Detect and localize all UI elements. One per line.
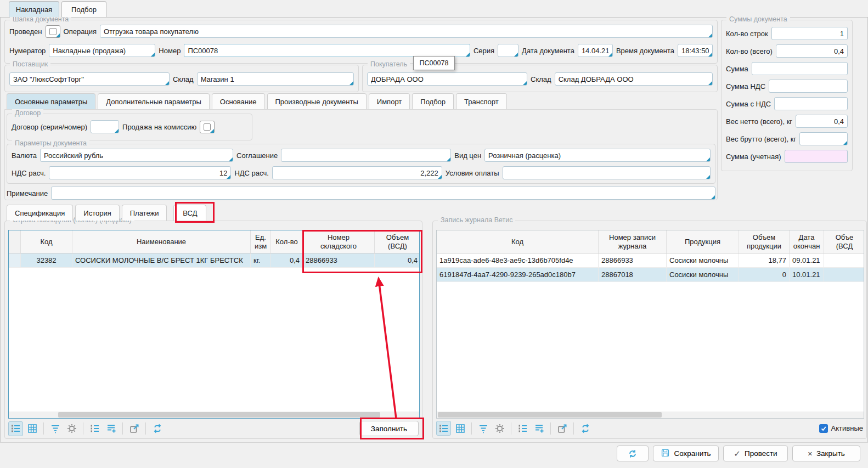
vat1-field[interactable]: 12	[49, 166, 231, 179]
note-label: Примечание	[7, 189, 48, 198]
vetis-journal-row[interactable]: 1a919caa-ade6-48e3-ae9c-13d6b705fd4e 288…	[437, 253, 864, 268]
totals-row-label: Сумма (учетная)	[726, 153, 781, 161]
sum-field[interactable]	[752, 62, 848, 75]
close-button[interactable]: × Закрыть	[792, 446, 860, 461]
sum-with-vat-field[interactable]	[774, 97, 848, 110]
tab-basis[interactable]: Основание	[212, 93, 265, 109]
doc-date-field[interactable]: 14.04.21	[578, 44, 613, 57]
scrollbar-thumb[interactable]	[438, 412, 662, 418]
supplier-warehouse-field[interactable]: Магазин 1	[197, 72, 354, 86]
series-field[interactable]	[498, 44, 518, 57]
settings-gear-icon[interactable]	[64, 421, 79, 436]
note-field[interactable]	[51, 187, 715, 200]
currency-field[interactable]: Российский рубль	[40, 149, 233, 162]
vat2-field[interactable]: 2,222	[272, 166, 442, 179]
col-vsd-volume[interactable]: Объем (ВСД)	[375, 230, 420, 253]
col-qty[interactable]: Кол-во	[271, 230, 303, 253]
active-checkbox[interactable]	[819, 424, 828, 433]
payment-terms-label: Условия оплаты	[446, 169, 499, 177]
invoice-lines-table[interactable]: Код Наименование Ед. изм Кол-во Номер ск…	[8, 230, 420, 419]
agreement-field[interactable]	[281, 149, 451, 162]
fill-button[interactable]: Заполнить	[359, 421, 419, 436]
col-end-date[interactable]: Дата окончан	[790, 230, 824, 253]
check-icon: ✓	[734, 449, 741, 459]
window-tab-invoice[interactable]: Накладная	[9, 1, 59, 17]
filter-icon[interactable]	[48, 421, 63, 436]
view-list-icon[interactable]	[436, 421, 451, 436]
save-button[interactable]: Сохранить	[653, 446, 719, 461]
qty-total-field[interactable]: 0,4	[776, 44, 848, 58]
col-product[interactable]: Продукция	[667, 230, 739, 253]
vat1-label: НДС расч.	[12, 169, 46, 177]
col-code[interactable]: Код	[21, 230, 72, 253]
row-selector[interactable]	[9, 253, 21, 267]
tab-import[interactable]: Импорт	[369, 93, 410, 109]
col-warehouse-number[interactable]: Номер складского	[303, 230, 375, 253]
tab-payments[interactable]: Платежи	[122, 205, 167, 221]
col-code[interactable]: Код	[437, 230, 599, 253]
col-product-volume[interactable]: Объем продукции	[739, 230, 790, 253]
accounting-sum-field[interactable]	[785, 150, 848, 163]
view-list-icon[interactable]	[8, 421, 23, 436]
buyer-field[interactable]: ДОБРАДА ООО	[367, 72, 527, 86]
contract-number-field[interactable]	[91, 120, 119, 133]
view-grid-icon[interactable]	[25, 421, 40, 436]
totals-row-label: Сумма	[726, 65, 748, 73]
price-type-field[interactable]: Розничная (расценка)	[484, 149, 711, 162]
vetis-journal-table[interactable]: Код Номер записи журнала Продукция Объем…	[436, 230, 864, 419]
tab-derived-docs[interactable]: Производные документы	[267, 93, 367, 109]
supplier-warehouse-label: Склад	[173, 75, 194, 83]
vetis-journal-group: Запись журнала Ветис Код Номер записи жу…	[432, 221, 867, 439]
window-tab-selection[interactable]: Подбор	[61, 1, 106, 17]
buyer-warehouse-label: Склад	[531, 75, 551, 83]
col-vsd-volume[interactable]: Объе (ВСД	[824, 230, 864, 253]
numerator-select[interactable]: Накладные (продажа)	[49, 44, 155, 57]
vetis-journal-title: Запись журнала Ветис	[438, 216, 515, 224]
tab-specification[interactable]: Спецификация	[7, 205, 73, 221]
refresh-loop-icon[interactable]	[150, 421, 165, 436]
posted-checkbox[interactable]	[46, 25, 60, 38]
filter-icon[interactable]	[476, 421, 491, 436]
supplier-field[interactable]: ЗАО "ЛюксСофтТорг"	[9, 72, 170, 86]
refresh-button[interactable]	[617, 446, 649, 461]
post-button[interactable]: ✓ Провести	[723, 446, 788, 461]
refresh-loop-icon[interactable]	[578, 421, 593, 436]
add-rows-icon[interactable]	[104, 421, 119, 436]
invoice-line-row[interactable]: 32382 СОСИСКИ МОЛОЧНЫЕ В/С БРЕСТ 1КГ БРЕ…	[9, 253, 419, 268]
invoice-lines-hscrollbar[interactable]	[9, 411, 419, 418]
number-field[interactable]: ПС00078	[184, 44, 470, 57]
vat2-label: НДС расч.	[234, 169, 268, 177]
add-rows-icon[interactable]	[532, 421, 546, 436]
contract-number-label: Договор (серия/номер)	[12, 123, 87, 131]
payment-terms-field[interactable]	[503, 166, 711, 179]
operation-field[interactable]: Отгрузка товара покупателю	[100, 25, 713, 38]
open-external-icon[interactable]	[127, 421, 142, 436]
numbered-list-icon[interactable]	[515, 421, 530, 436]
sum-vat-field[interactable]	[769, 80, 848, 93]
commission-checkbox[interactable]	[200, 121, 215, 133]
supplier-group: Поставщик ЗАО "ЛюксСофтТорг" Склад Магаз…	[4, 65, 359, 92]
col-journal-number[interactable]: Номер записи журнала	[599, 230, 667, 253]
gross-weight-field[interactable]	[799, 132, 848, 145]
lines-count-field[interactable]: 1	[771, 27, 848, 40]
col-unit[interactable]: Ед. изм	[251, 230, 271, 253]
vetis-journal-row[interactable]: 6191847d-4aa7-4290-9239-265ad0c180b7 288…	[437, 268, 864, 282]
tab-history[interactable]: История	[75, 205, 119, 221]
col-name[interactable]: Наименование	[72, 230, 251, 253]
tab-additional-params[interactable]: Дополнительные параметры	[98, 93, 210, 109]
buyer-title: Покупатель	[368, 60, 410, 68]
tab-transport[interactable]: Транспорт	[456, 93, 507, 109]
tab-vsd[interactable]: ВСД	[173, 205, 206, 221]
active-filter[interactable]: Активные	[819, 424, 863, 433]
view-grid-icon[interactable]	[453, 421, 467, 436]
numbered-list-icon[interactable]	[87, 421, 102, 436]
open-external-icon[interactable]	[555, 421, 570, 436]
tab-selection[interactable]: Подбор	[412, 93, 454, 109]
tab-main-params[interactable]: Основные параметры	[7, 93, 95, 109]
net-weight-field[interactable]: 0,4	[796, 115, 848, 128]
scrollbar-thumb[interactable]	[58, 412, 380, 418]
settings-gear-icon[interactable]	[492, 421, 507, 436]
vetis-journal-hscrollbar[interactable]	[437, 411, 864, 418]
doc-time-field[interactable]: 18:43:50	[678, 44, 713, 57]
buyer-warehouse-field[interactable]: Склад ДОБРАДА ООО	[555, 72, 713, 86]
